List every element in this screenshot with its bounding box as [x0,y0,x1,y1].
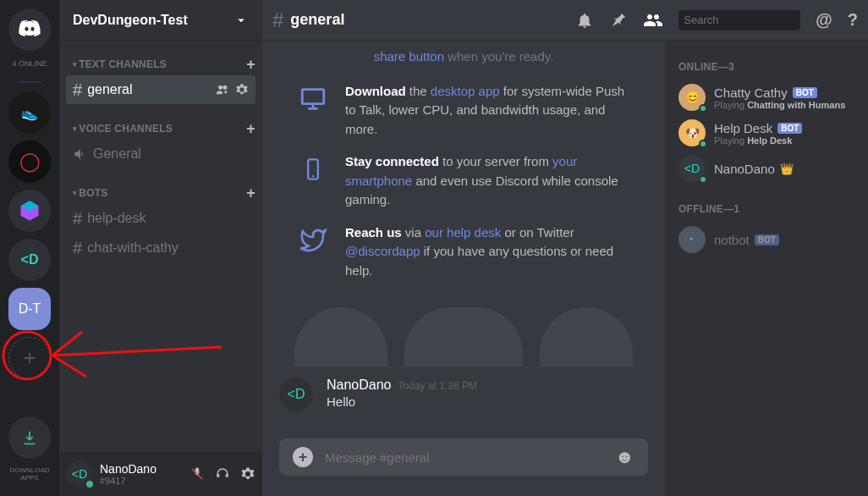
chevron-down-icon: ▾ [73,60,77,69]
message-timestamp: Today at 1:38 PM [398,380,477,392]
guild-name: DevDungeon-Test [73,13,233,28]
bell-icon[interactable] [575,11,594,30]
gear-icon[interactable] [235,83,249,96]
message-input-bar[interactable]: + ☻ [279,438,648,476]
channel-sidebar: DevDungeon-Test ▾ TEXT CHANNELS + # gene… [59,0,262,496]
avatar[interactable]: <D [66,460,93,488]
invite-icon[interactable] [217,83,230,96]
mentions-icon[interactable]: @ [816,10,832,30]
message-author[interactable]: NanoDano [327,378,392,393]
username: NanoDano [100,462,190,476]
channel-category[interactable]: ▾ TEXT CHANNELS + [59,54,262,74]
channel-item[interactable]: # chat-with-cathy [66,234,255,262]
hash-icon: # [272,8,283,32]
desktop-app-link[interactable]: desktop app [431,84,500,98]
member-category-offline: OFFLINE—1 [672,196,861,222]
channel-item[interactable]: # help-desk [66,204,255,233]
member-item[interactable]: <D NanoDano👑 [672,151,861,186]
chevron-down-icon [233,13,249,28]
server-item-active[interactable]: D-T [8,288,51,330]
hash-icon: # [73,209,82,229]
svg-rect-0 [302,89,324,103]
ghost-decoration [262,307,665,366]
user-tag: #9417 [100,476,190,486]
add-channel-button[interactable]: + [246,120,255,138]
channel-topbar: # general @ ? [262,0,868,41]
add-server-button[interactable] [8,337,51,379]
server-item[interactable]: ◯ [8,141,51,183]
guild-header[interactable]: DevDungeon-Test [59,0,262,41]
server-list: 4 ONLINE 👟 ◯ <D D-T DOWNLOADAPPS [0,0,59,496]
bot-badge: BOT [777,123,802,134]
search-input[interactable] [684,14,826,26]
download-apps-button[interactable] [8,416,51,459]
partial-link[interactable]: share button [374,49,444,63]
home-button[interactable] [8,8,51,51]
deafen-icon[interactable] [215,466,230,482]
online-count-label: 4 ONLINE [12,59,47,68]
pin-icon[interactable] [609,11,628,30]
channel-item[interactable]: # general [66,75,255,104]
add-channel-button[interactable]: + [246,185,255,202]
channel-category[interactable]: ▾ VOICE CHANNELS + [59,118,262,139]
server-item[interactable]: <D [8,239,51,281]
server-separator [17,81,42,83]
message-input[interactable] [325,450,603,465]
help-desk-link[interactable]: our help desk [425,225,501,240]
svg-point-2 [312,175,314,177]
avatar: 😊 [678,84,706,111]
member-item[interactable]: notbotBOT [672,222,861,257]
channel-category[interactable]: ▾ BOTS + [59,183,262,203]
speaker-icon [73,146,88,162]
avatar: <D [678,155,706,182]
mute-icon[interactable] [190,466,205,482]
main-area: # general @ ? share button when you're r… [262,0,868,496]
welcome-tips: share button when you're ready. Download… [262,41,665,366]
help-icon[interactable]: ? [848,10,858,30]
server-item[interactable] [8,190,51,232]
avatar [678,226,706,253]
message-area: share button when you're ready. Download… [262,41,665,496]
twitter-icon [296,223,330,257]
hash-icon: # [73,80,82,100]
message-row: <D NanoDano Today at 1:38 PM Hello [262,367,665,422]
member-item[interactable]: 😊 Chatty CathyBOT Playing Chatting with … [672,80,861,115]
phone-icon [296,152,330,186]
members-icon[interactable] [643,10,663,30]
twitter-link[interactable]: @discordapp [345,244,420,258]
download-apps-label: DOWNLOADAPPS [9,467,49,482]
search-box[interactable] [678,10,800,30]
member-category-online: ONLINE—3 [672,54,861,80]
bot-badge: BOT [793,87,817,98]
message-text: Hello [327,394,648,409]
monitor-icon [296,82,330,116]
add-channel-button[interactable]: + [246,56,255,74]
server-item[interactable]: 👟 [8,91,51,134]
emoji-button[interactable]: ☻ [615,446,635,468]
user-panel: <D NanoDano #9417 [59,452,262,496]
avatar[interactable]: <D [279,378,313,411]
owner-crown-icon: 👑 [780,163,794,175]
chevron-down-icon: ▾ [73,124,77,133]
bot-badge: BOT [755,234,779,245]
attach-button[interactable]: + [293,447,313,467]
status-indicator [85,479,95,489]
avatar: 🐶 [678,119,706,146]
settings-icon[interactable] [240,466,255,482]
hash-icon: # [73,239,82,258]
member-list: ONLINE—3 😊 Chatty CathyBOT Playing Chatt… [665,41,868,496]
member-item[interactable]: 🐶 Help DeskBOT Playing Help Desk [672,115,861,151]
voice-channel-item[interactable]: General [66,140,255,168]
chevron-down-icon: ▾ [73,189,77,197]
channel-title: general [290,11,575,29]
